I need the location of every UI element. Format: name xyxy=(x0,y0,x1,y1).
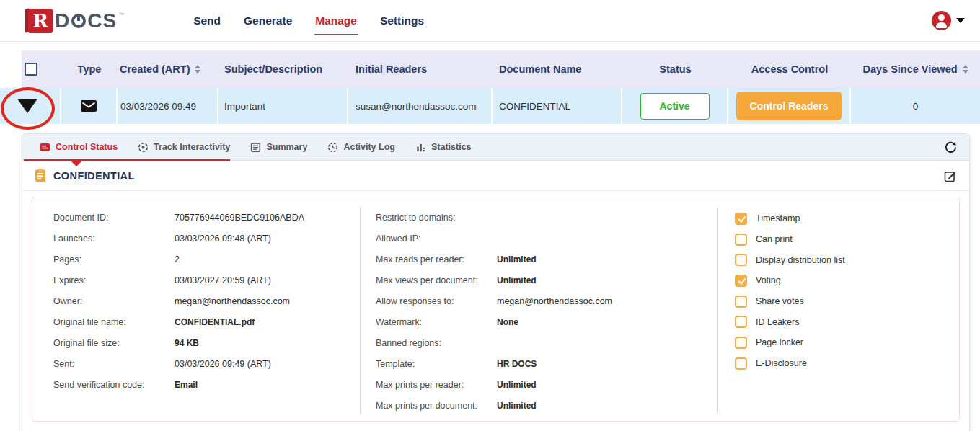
field-value: None xyxy=(497,317,518,327)
row-expander-cell xyxy=(0,88,61,124)
field-label: Send verification code: xyxy=(53,380,175,390)
user-avatar-icon[interactable] xyxy=(932,11,951,30)
tab-control-status[interactable]: Control Status xyxy=(30,134,128,160)
statistics-bars-icon xyxy=(415,142,426,153)
tab-track-interactivity[interactable]: Track Interactivity xyxy=(128,134,240,160)
refresh-icon xyxy=(944,141,958,154)
field-row: Original file size: 94 KB xyxy=(53,332,360,353)
column-header[interactable]: Subject/Description xyxy=(218,50,348,88)
option-row[interactable]: Voting xyxy=(735,270,959,291)
field-value: 2 xyxy=(175,254,180,265)
field-row: Send verification code: Email xyxy=(53,374,360,395)
status-active-button[interactable]: Active xyxy=(640,93,710,120)
column-header[interactable]: Status xyxy=(622,50,728,88)
control-readers-button[interactable]: Control Readers xyxy=(736,92,842,120)
app-header: R DCS ™ Send Generate Manage Settings xyxy=(0,0,980,42)
field-value: Unlimited xyxy=(497,275,537,285)
tab-activity-log[interactable]: Activity Log xyxy=(317,134,405,160)
column-header[interactable]: Access Control xyxy=(728,50,851,88)
options-column: Timestamp Can print Display distribution… xyxy=(718,207,959,413)
field-value: HR DOCS xyxy=(497,359,537,369)
option-checkbox[interactable] xyxy=(735,213,747,225)
field-label: Restrict to domains: xyxy=(376,213,497,223)
option-row[interactable]: Display distribution list xyxy=(735,249,959,270)
field-row: Document ID: 705776944069BEDC9106ABDA xyxy=(53,207,360,228)
field-label: Original file name: xyxy=(53,317,175,327)
field-row: Watermark: None xyxy=(376,311,717,332)
field-label: Pages: xyxy=(53,254,175,265)
option-row[interactable]: Can print xyxy=(735,229,959,250)
field-row: Banned regions: xyxy=(376,332,717,353)
rdocs-logo[interactable]: R DCS ™ xyxy=(25,9,124,33)
option-row[interactable]: E-Disclosure xyxy=(735,353,959,374)
option-row[interactable]: Page locker xyxy=(735,332,959,353)
document-title: CONFIDENTIAL xyxy=(53,170,135,182)
field-label: Owner: xyxy=(53,296,175,306)
sort-icon[interactable] xyxy=(963,65,968,74)
option-checkbox[interactable] xyxy=(735,275,747,287)
nav-item[interactable]: Settings xyxy=(380,14,424,27)
option-label: E-Disclosure xyxy=(756,358,807,368)
expand-row-arrow-icon[interactable] xyxy=(17,99,37,113)
select-all-checkbox[interactable] xyxy=(25,63,37,76)
nav-item[interactable]: Manage xyxy=(315,14,357,27)
field-value: megan@northendassoc.com xyxy=(175,296,290,306)
field-row: Restrict to domains: xyxy=(376,207,717,228)
control-status-icon xyxy=(40,142,50,153)
option-checkbox[interactable] xyxy=(735,357,747,370)
field-value: Email xyxy=(175,380,198,390)
option-row[interactable]: Timestamp xyxy=(735,208,959,229)
field-row: Allow responses to: megan@northendassoc.… xyxy=(376,290,717,311)
field-label: Banned regions: xyxy=(376,338,497,348)
field-label: Original file size: xyxy=(53,338,175,348)
sort-icon[interactable] xyxy=(195,65,200,74)
field-row: Max prints per document: Unlimited xyxy=(376,395,717,416)
logo-r-box: R xyxy=(28,9,53,33)
row-created-cell: 03/03/2026 09:49 xyxy=(118,88,218,124)
option-row[interactable]: ID Leakers xyxy=(735,311,959,332)
field-row: Expires: 03/03/2027 20:59 (ART) xyxy=(53,270,360,290)
tab-summary[interactable]: Summary xyxy=(240,134,317,160)
field-row: Launches: 03/03/2026 09:48 (ART) xyxy=(53,228,360,249)
column-header[interactable] xyxy=(0,50,61,88)
field-label: Max reads per reader: xyxy=(376,254,497,265)
field-row: Allowed IP: xyxy=(376,228,717,249)
detail-tabbar: Control Status Track Interactivity Summa… xyxy=(22,134,969,161)
table-header: Type Created (ART) Subject/Description I… xyxy=(0,50,980,88)
row-type-cell xyxy=(61,88,118,124)
column-header[interactable]: Type xyxy=(61,50,118,88)
active-tab-pointer xyxy=(71,161,81,166)
fields-column-middle: Restrict to domains: Allowed IP: Max rea… xyxy=(361,207,718,413)
option-checkbox[interactable] xyxy=(735,296,747,308)
option-checkbox[interactable] xyxy=(735,337,747,349)
option-checkbox[interactable] xyxy=(735,234,747,246)
field-value: megan@northendassoc.com xyxy=(497,296,612,306)
tab-statistics[interactable]: Statistics xyxy=(405,134,482,160)
option-checkbox[interactable] xyxy=(735,316,747,328)
document-table-row[interactable]: 03/03/2026 09:49 Important susan@northen… xyxy=(0,88,980,124)
field-value: Unlimited xyxy=(497,401,537,411)
nav-item[interactable]: Generate xyxy=(244,14,292,27)
row-days-since-viewed-cell: 0 xyxy=(851,88,980,124)
option-row[interactable]: Share votes xyxy=(735,291,959,312)
field-value: 03/03/2026 09:48 (ART) xyxy=(175,234,271,244)
column-header[interactable]: Days Since Viewed xyxy=(851,50,980,88)
detail-panel: Control Status Track Interactivity Summa… xyxy=(22,133,970,431)
option-checkbox[interactable] xyxy=(735,254,747,266)
field-value: Unlimited xyxy=(497,254,537,265)
field-row: Max views per document: Unlimited xyxy=(376,270,717,290)
field-label: Document ID: xyxy=(53,213,175,223)
edit-document-button[interactable] xyxy=(944,169,957,182)
column-header[interactable]: Document Name xyxy=(493,50,622,88)
refresh-button[interactable] xyxy=(944,141,958,154)
control-status-content: Document ID: 705776944069BEDC9106ABDA La… xyxy=(32,197,960,422)
column-header-label: Status xyxy=(659,63,691,75)
account-dropdown-caret-icon[interactable] xyxy=(956,18,965,23)
nav-item[interactable]: Send xyxy=(193,14,221,27)
field-label: Max views per document: xyxy=(376,275,497,285)
active-tab-underline xyxy=(24,159,230,161)
document-title-row: CONFIDENTIAL xyxy=(22,161,969,191)
field-row: Template: HR DOCS xyxy=(376,353,717,374)
column-header[interactable]: Created (ART) xyxy=(118,50,218,88)
column-header[interactable]: Initial Readers xyxy=(348,50,493,88)
